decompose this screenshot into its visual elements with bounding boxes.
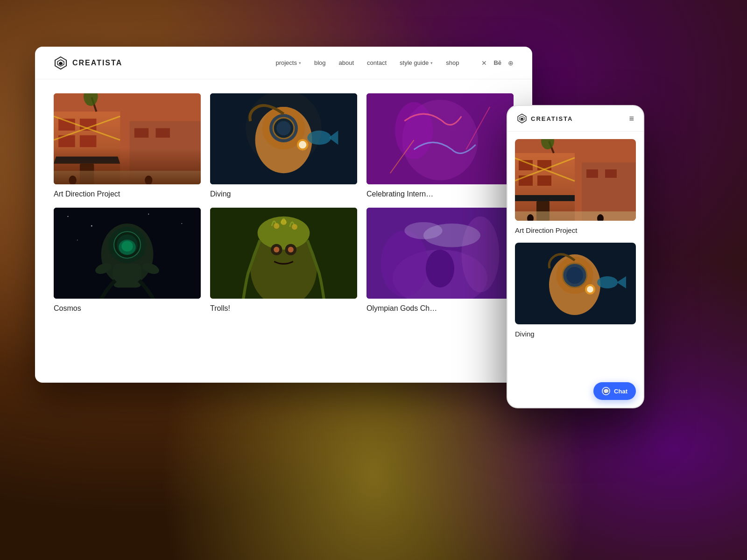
svg-rect-50 bbox=[113, 264, 141, 287]
svg-point-39 bbox=[67, 216, 68, 217]
thumb-image-olympian bbox=[366, 208, 514, 299]
svg-marker-80 bbox=[515, 195, 575, 201]
desktop-navbar: CREATISTA projects ▾ blog about contact … bbox=[35, 47, 532, 79]
svg-point-57 bbox=[281, 219, 286, 225]
svg-point-56 bbox=[274, 223, 279, 229]
svg-point-41 bbox=[148, 214, 149, 215]
mobile-thumb-diving bbox=[515, 243, 636, 324]
grid-title-art-direction: Art Direction Project bbox=[54, 190, 201, 198]
nav-contact[interactable]: contact bbox=[367, 59, 387, 66]
svg-point-42 bbox=[181, 223, 182, 224]
svg-point-61 bbox=[274, 247, 279, 252]
thumb-image-trolls bbox=[210, 208, 357, 299]
thumb-image-cosmos bbox=[54, 208, 201, 299]
grid-item-art-direction[interactable]: Art Direction Project bbox=[54, 93, 201, 198]
mobile-logo-icon bbox=[517, 113, 527, 124]
pinterest-icon[interactable]: ⊕ bbox=[508, 59, 514, 67]
chevron-down-icon: ▾ bbox=[430, 61, 433, 65]
grid-item-trolls[interactable]: Trolls! bbox=[210, 208, 357, 313]
thumb-image-art-direction bbox=[54, 93, 201, 184]
mobile-title-art-direction: Art Direction Project bbox=[515, 226, 636, 234]
svg-marker-10 bbox=[54, 157, 120, 164]
desktop-nav-links: projects ▾ blog about contact style guid… bbox=[275, 59, 514, 67]
grid-title-olympian: Olympian Gods Ch… bbox=[366, 304, 514, 313]
thumb-image-diving bbox=[210, 93, 357, 184]
nav-about[interactable]: about bbox=[339, 59, 354, 66]
grid-item-cosmos[interactable]: Cosmos bbox=[54, 208, 201, 313]
chat-button[interactable]: 💬 Chat bbox=[593, 382, 636, 400]
svg-point-49 bbox=[121, 241, 133, 252]
desktop-project-grid: Art Direction Project bbox=[35, 79, 532, 327]
svg-point-68 bbox=[404, 222, 442, 239]
logo-icon bbox=[54, 56, 68, 70]
svg-rect-83 bbox=[586, 169, 598, 178]
chevron-down-icon: ▾ bbox=[299, 61, 301, 65]
chat-button-label: Chat bbox=[614, 388, 627, 395]
grid-item-celebrating[interactable]: Celebrating Intern… bbox=[366, 93, 514, 198]
svg-rect-79 bbox=[537, 175, 551, 186]
svg-marker-72 bbox=[521, 118, 523, 120]
grid-thumb-olympian bbox=[366, 208, 514, 299]
svg-point-32 bbox=[246, 93, 322, 166]
desktop-logo[interactable]: CREATISTA bbox=[54, 56, 122, 70]
behance-icon[interactable]: Bē bbox=[493, 59, 501, 67]
mobile-item-art-direction[interactable]: Art Direction Project bbox=[515, 139, 636, 234]
svg-rect-84 bbox=[605, 169, 617, 178]
svg-point-58 bbox=[292, 224, 297, 230]
svg-point-69 bbox=[426, 250, 454, 287]
grid-thumb-diving bbox=[210, 93, 357, 184]
svg-point-18 bbox=[69, 175, 77, 184]
svg-point-40 bbox=[91, 225, 92, 227]
grid-thumb-art-direction bbox=[54, 93, 201, 184]
mobile-title-diving: Diving bbox=[515, 330, 636, 338]
grid-thumb-trolls bbox=[210, 208, 357, 299]
nav-shop[interactable]: shop bbox=[446, 59, 459, 66]
svg-rect-11 bbox=[80, 164, 94, 184]
nav-projects[interactable]: projects ▾ bbox=[275, 59, 301, 66]
svg-point-19 bbox=[145, 175, 152, 184]
twitter-icon[interactable]: ✕ bbox=[481, 59, 487, 67]
grid-item-olympian[interactable]: Olympian Gods Ch… bbox=[366, 208, 514, 313]
desktop-browser-window: CREATISTA projects ▾ blog about contact … bbox=[35, 47, 532, 383]
grid-title-trolls: Trolls! bbox=[210, 304, 357, 313]
thumb-image-celebrating bbox=[366, 93, 514, 184]
grid-title-celebrating: Celebrating Intern… bbox=[366, 190, 514, 198]
mobile-thumb-image-art-direction bbox=[515, 139, 636, 221]
grid-title-cosmos: Cosmos bbox=[54, 304, 201, 313]
grid-thumb-cosmos bbox=[54, 208, 201, 299]
mobile-logo-text: CREATISTA bbox=[531, 115, 573, 122]
svg-point-62 bbox=[288, 247, 294, 252]
svg-point-96 bbox=[566, 267, 583, 284]
logo-text: CREATISTA bbox=[72, 59, 122, 67]
svg-point-65 bbox=[381, 231, 428, 297]
svg-rect-17 bbox=[54, 171, 201, 184]
svg-point-98 bbox=[587, 286, 593, 293]
grid-thumb-celebrating bbox=[366, 93, 514, 184]
svg-point-43 bbox=[77, 240, 78, 241]
mobile-thumb-image-diving bbox=[515, 243, 636, 324]
grid-title-diving: Diving bbox=[210, 190, 357, 198]
mobile-device-window: CREATISTA ≡ bbox=[507, 105, 644, 408]
grid-item-diving[interactable]: Diving bbox=[210, 93, 357, 198]
social-links: ✕ Bē ⊕ bbox=[481, 59, 514, 67]
svg-marker-2 bbox=[59, 62, 63, 65]
mobile-logo[interactable]: CREATISTA bbox=[517, 113, 573, 124]
nav-style-guide[interactable]: style guide ▾ bbox=[400, 59, 433, 66]
hamburger-icon[interactable]: ≡ bbox=[629, 114, 634, 124]
chat-icon: 💬 bbox=[602, 387, 610, 395]
mobile-item-diving[interactable]: Diving bbox=[515, 243, 636, 338]
mobile-thumb-art-direction bbox=[515, 139, 636, 221]
svg-rect-14 bbox=[155, 128, 169, 138]
nav-blog[interactable]: blog bbox=[314, 59, 326, 66]
svg-point-99 bbox=[597, 276, 618, 288]
svg-point-35 bbox=[395, 102, 433, 159]
mobile-content-area: Art Direction Project bbox=[507, 132, 643, 407]
svg-rect-9 bbox=[80, 135, 97, 147]
svg-rect-13 bbox=[134, 128, 148, 138]
mobile-navbar: CREATISTA ≡ bbox=[507, 106, 643, 132]
